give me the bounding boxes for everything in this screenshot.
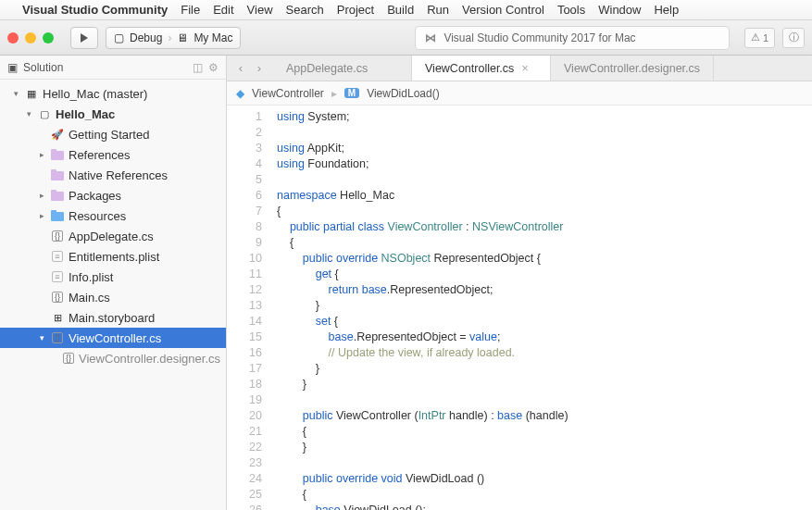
notifications-button[interactable]: ⓘ xyxy=(782,28,805,48)
svg-rect-1 xyxy=(51,149,56,153)
config-label: Debug xyxy=(130,31,162,44)
status-bar: ⋈ Visual Studio Community 2017 for Mac xyxy=(415,26,730,50)
menu-run[interactable]: Run xyxy=(427,3,449,17)
tree-item[interactable]: {}ViewController.designer.cs xyxy=(0,348,226,368)
cs-icon: {} xyxy=(50,229,65,243)
pad-pin-icon[interactable]: ▣ xyxy=(7,61,18,74)
tree-item[interactable]: {}Main.cs xyxy=(0,287,226,307)
menu-window[interactable]: Window xyxy=(598,3,641,17)
breadcrumb-class[interactable]: ViewController xyxy=(252,87,324,100)
menu-help[interactable]: Help xyxy=(654,3,679,17)
editor-tab[interactable]: AppDelegate.cs xyxy=(273,56,412,81)
svg-rect-7 xyxy=(51,210,56,214)
tree-item[interactable]: ≡Entitlements.plist xyxy=(0,246,226,267)
menu-project[interactable]: Project xyxy=(337,3,374,17)
editor-tab[interactable]: ViewController.designer.cs xyxy=(551,56,714,81)
zoom-window-button[interactable] xyxy=(43,32,54,44)
menu-search[interactable]: Search xyxy=(286,3,324,17)
svg-rect-3 xyxy=(51,169,56,173)
tree-item-label: AppDelegate.cs xyxy=(69,230,154,243)
editor-tabs: ‹ › AppDelegate.csViewController.cs×View… xyxy=(227,56,812,81)
folder-icon xyxy=(50,208,65,223)
tree-item[interactable]: Native References xyxy=(0,165,226,185)
tree-item[interactable]: {}AppDelegate.cs xyxy=(0,226,226,246)
tab-label: ViewController.designer.cs xyxy=(564,62,700,75)
tree-item[interactable]: ▾{}ViewController.cs xyxy=(0,328,226,348)
tree-item[interactable]: 🚀Getting Started xyxy=(0,124,226,144)
minimize-window-button[interactable] xyxy=(25,32,36,44)
folder-ref-icon xyxy=(50,168,65,182)
method-icon: M xyxy=(344,88,359,98)
status-text: Visual Studio Community 2017 for Mac xyxy=(443,31,635,44)
run-config-selector[interactable]: ▢ Debug › 🖥 My Mac xyxy=(106,27,241,49)
code-lines[interactable]: using System; using AppKit; using Founda… xyxy=(271,106,812,510)
tab-history-nav: ‹ › xyxy=(227,56,273,81)
menu-edit[interactable]: Edit xyxy=(213,3,233,17)
tree-item[interactable]: ▸Packages xyxy=(0,185,226,205)
monitor-icon: 🖥 xyxy=(177,31,188,44)
warnings-badge[interactable]: ⚠ 1 xyxy=(744,28,775,48)
tree-item-label: ViewController.cs xyxy=(69,331,161,345)
project-node[interactable]: ▾▢Hello_Mac xyxy=(0,104,226,124)
menu-build[interactable]: Build xyxy=(387,3,414,17)
tree-item-label: Getting Started xyxy=(69,128,149,142)
tree-item[interactable]: ≡Info.plist xyxy=(0,267,226,287)
visual-studio-icon: ⋈ xyxy=(425,31,436,44)
target-label: My Mac xyxy=(194,31,232,44)
solution-root[interactable]: ▾▦Hello_Mac (master) xyxy=(0,83,226,104)
breadcrumb: ◆ ViewController ▸ M ViewDidLoad() xyxy=(227,81,812,106)
tree-item-label: Packages xyxy=(69,189,121,203)
rocket-icon: 🚀 xyxy=(50,127,65,142)
editor-area: ‹ › AppDelegate.csViewController.cs×View… xyxy=(227,56,812,510)
pad-autohide-icon[interactable]: ◫ xyxy=(193,61,203,74)
run-button[interactable] xyxy=(70,27,98,49)
app-menu[interactable]: Visual Studio Community xyxy=(22,3,168,17)
window-controls xyxy=(7,32,54,44)
warning-icon: ⚠ xyxy=(751,31,760,44)
menu-file[interactable]: File xyxy=(181,3,200,17)
tree-item[interactable]: ▸Resources xyxy=(0,205,226,226)
cs-icon: {} xyxy=(50,290,65,305)
tree-item[interactable]: ⊞Main.storyboard xyxy=(0,307,226,328)
nav-forward-button[interactable]: › xyxy=(251,61,268,75)
warning-count: 1 xyxy=(763,32,768,44)
tree-item-label: Resources xyxy=(69,209,126,223)
class-icon: ◆ xyxy=(236,87,244,100)
solution-pad: ▣ Solution ◫ ⚙ ▾▦Hello_Mac (master)▾▢Hel… xyxy=(0,56,227,510)
solution-pad-header: ▣ Solution ◫ ⚙ xyxy=(0,56,226,80)
toolbar: ▢ Debug › 🖥 My Mac ⋈ Visual Studio Commu… xyxy=(0,20,812,56)
sb-icon: ⊞ xyxy=(50,310,65,325)
device-icon: ▢ xyxy=(114,31,124,44)
chevron-right-icon: ▸ xyxy=(331,87,337,100)
tree-item-label: References xyxy=(69,148,130,162)
line-gutter: 1234567891011121314151617181920212223242… xyxy=(227,106,271,510)
editor-tab[interactable]: ViewController.cs× xyxy=(412,56,551,81)
tree-item-label: Main.storyboard xyxy=(69,311,155,325)
close-tab-icon[interactable]: × xyxy=(521,61,529,75)
breadcrumb-method[interactable]: ViewDidLoad() xyxy=(367,87,440,100)
folder-ref-icon xyxy=(50,147,65,162)
tree-item-label: Main.cs xyxy=(69,291,110,305)
pad-options-icon[interactable]: ⚙ xyxy=(208,61,219,74)
cs-icon: {} xyxy=(50,330,65,345)
tab-label: ViewController.cs xyxy=(425,62,514,75)
menu-version-control[interactable]: Version Control xyxy=(462,3,544,17)
tab-label: AppDelegate.cs xyxy=(286,62,368,75)
folder-ref-icon xyxy=(50,188,65,203)
menu-view[interactable]: View xyxy=(247,3,273,17)
cs-icon: {} xyxy=(62,351,75,366)
pad-title: Solution xyxy=(23,61,63,74)
play-icon xyxy=(81,33,88,43)
svg-rect-5 xyxy=(51,190,56,193)
solution-tree[interactable]: ▾▦Hello_Mac (master)▾▢Hello_Mac🚀Getting … xyxy=(0,80,226,372)
tree-item[interactable]: ▸References xyxy=(0,144,226,165)
code-editor[interactable]: 1234567891011121314151617181920212223242… xyxy=(227,106,812,510)
nav-back-button[interactable]: ‹ xyxy=(232,61,249,75)
mac-menubar: Visual Studio Community File Edit View S… xyxy=(0,0,812,20)
tree-item-label: Native References xyxy=(69,168,168,182)
menu-tools[interactable]: Tools xyxy=(557,3,585,17)
close-window-button[interactable] xyxy=(7,32,19,44)
plist-icon: ≡ xyxy=(50,249,65,264)
tree-item-label: Info.plist xyxy=(69,270,113,284)
chevron-right-icon: › xyxy=(168,31,171,44)
